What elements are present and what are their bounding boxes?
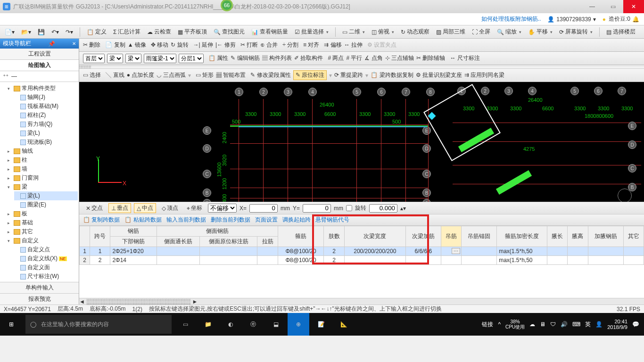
tree-grid[interactable]: 轴网(J): [14, 93, 78, 102]
rotate-input[interactable]: [369, 204, 397, 213]
delete-col-data[interactable]: 删除当前列数据: [211, 216, 250, 224]
undo-icon[interactable]: ↶▾: [50, 28, 61, 36]
taskbar-app-icon[interactable]: ⬓: [265, 313, 287, 336]
edit-beam-prop-button[interactable]: ✎ 修改梁段属性: [250, 71, 290, 79]
close-button[interactable]: ✕: [623, 0, 644, 13]
rebeam-span-button[interactable]: ⟳ 重提梁跨: [334, 71, 363, 79]
tray-icon[interactable]: ☁: [529, 321, 535, 328]
col-dense-length[interactable]: 箍筋加密长度: [497, 226, 547, 247]
snap-vertex[interactable]: ◇ 顶点: [159, 203, 181, 213]
tray-notifications-icon[interactable]: 💬: [632, 321, 639, 328]
col-tie[interactable]: 拉筋: [257, 237, 278, 247]
apply-same-name-button[interactable]: ⇉ 应用到同名梁: [464, 71, 504, 79]
pan-button[interactable]: ✋ 平移: [526, 27, 554, 36]
span-data-copy-button[interactable]: 📋 梁跨数据复制: [371, 71, 413, 79]
tree-shearwall[interactable]: 剪力墙(Q): [14, 120, 78, 129]
local-3d-button[interactable]: ▨ 局部三维: [434, 27, 467, 36]
inplace-annotation-button[interactable]: ✎ 原位标注: [293, 70, 327, 80]
rotate-screen-button[interactable]: ⟳ 屏幕旋转: [557, 27, 594, 36]
taskbar-app-icon[interactable]: ◐: [220, 313, 241, 336]
paste-span-data[interactable]: 📋 粘贴跨数据: [124, 216, 161, 224]
tab-report[interactable]: 报表预览: [0, 293, 79, 304]
new-icon[interactable]: 📄▾: [3, 28, 17, 36]
tree-custom[interactable]: 自定义: [8, 236, 78, 245]
grip-bar[interactable]: ░░░: [79, 65, 644, 69]
col-side-inplace[interactable]: 侧面原位标注筋: [200, 237, 257, 247]
component-select[interactable]: 雨篷梁-1: [144, 54, 176, 63]
redo-icon[interactable]: ↷▾: [64, 28, 75, 36]
rect-tool[interactable]: ▭ 矩形: [196, 71, 214, 79]
grip-button[interactable]: ⚙ 设置夹点: [367, 41, 396, 49]
tray-ime[interactable]: 英: [585, 321, 591, 329]
tree-beam-l[interactable]: 梁(L): [14, 191, 78, 200]
orbit-button[interactable]: ↻ 动态观察: [399, 27, 431, 36]
batch-identify-support-button[interactable]: ⚙ 批量识别梁支座: [416, 71, 462, 79]
floor-select[interactable]: 首层: [83, 54, 105, 63]
tray-link[interactable]: 链接: [482, 321, 493, 329]
define-button[interactable]: 📋 定义: [85, 27, 108, 36]
smart-layout-tool[interactable]: ▦ 智能布置: [216, 71, 246, 79]
y-input[interactable]: [303, 204, 331, 213]
hanger-cell-active[interactable]: [441, 247, 461, 256]
tree-beam[interactable]: 梁: [8, 182, 78, 191]
break-button[interactable]: ✂ 打断: [240, 41, 258, 49]
cloud-check-button[interactable]: ☁ 云检查: [145, 27, 173, 36]
align-slab-button[interactable]: ▦ 平齐板顶: [176, 27, 209, 36]
tree-column[interactable]: 框柱(Z): [14, 111, 78, 120]
maximize-button[interactable]: ▭: [603, 0, 623, 13]
two-point-button[interactable]: # 两点: [328, 54, 344, 62]
task-view-icon[interactable]: ▭: [174, 313, 196, 336]
col-hanger[interactable]: 吊筋: [441, 226, 461, 247]
tree-walls[interactable]: 墙: [8, 165, 78, 173]
tree-slab2[interactable]: 板: [8, 209, 78, 218]
tree-slab[interactable]: 现浇板(B): [14, 138, 78, 147]
rotate-checkbox[interactable]: [346, 205, 352, 211]
2d-button[interactable]: ▭ 二维: [340, 27, 367, 36]
table-row[interactable]: 1 1 2Φ25+1Φ20 Φ8@100/20 2 200/200/200/20…: [80, 247, 644, 256]
tree-common[interactable]: 常用构件类型: [8, 84, 78, 93]
component-tree[interactable]: 常用构件类型 轴网(J) 筏板基础(M) 框柱(Z) 剪力墙(Q) 梁(L) 现…: [0, 82, 79, 282]
help-link[interactable]: 如何处理筏板附加钢筋..: [481, 15, 541, 23]
component-list-button[interactable]: ▤ 构件列表: [262, 54, 292, 62]
tree-custom-line[interactable]: 自定义线(X) NE: [14, 254, 78, 263]
point-length-tool[interactable]: ● 点加长度: [127, 71, 155, 79]
save-icon[interactable]: 💾: [36, 28, 47, 36]
col-stirrup[interactable]: 箍筋: [278, 226, 324, 247]
col-side-rebar[interactable]: 侧面钢筋: [157, 226, 278, 237]
rotate-stepper[interactable]: ▴▾: [400, 205, 406, 212]
user-account[interactable]: 👤 13907298339 ▾: [547, 16, 595, 23]
col-span[interactable]: 跨号: [90, 226, 110, 247]
tray-clock[interactable]: 20:412018/9/9: [607, 319, 627, 330]
pick-component-button[interactable]: ✐ 拾取构件: [294, 54, 323, 62]
tab-drawing-input[interactable]: 绘图输入: [0, 60, 79, 71]
search-box[interactable]: ◯ 在这里输入你要搜索的内容: [25, 315, 172, 334]
move-button[interactable]: ✥ 移动: [151, 41, 168, 49]
tree-ringbeam[interactable]: 圈梁(E): [14, 200, 78, 209]
fullscreen-button[interactable]: ⛶ 全屏: [470, 27, 492, 36]
span-data-grid[interactable]: 跨号 钢筋 侧面钢筋 箍筋 肢数 次梁宽度 次梁加筋 吊筋 吊筋锚固 箍筋加密长…: [79, 225, 644, 304]
cantilever-rebar[interactable]: 悬臂钢筋代号: [315, 216, 349, 224]
rotate-button[interactable]: ↻ 旋转: [171, 41, 188, 49]
type-select[interactable]: 梁: [125, 54, 141, 63]
parallel-button[interactable]: # 平行: [346, 54, 362, 62]
expand-icon[interactable]: ⁺⁺: [3, 73, 8, 80]
snap-intersection[interactable]: ✕ 交点: [83, 203, 106, 213]
taskbar-app-icon[interactable]: 📝: [310, 313, 332, 336]
tree-columns[interactable]: 柱: [8, 156, 78, 165]
category-select[interactable]: 梁: [107, 54, 123, 63]
tree-dimension[interactable]: 尺寸标注(W): [14, 272, 78, 281]
col-limb[interactable]: 肢数: [324, 226, 344, 247]
coin-balance[interactable]: 造价豆:0 🔔: [603, 15, 639, 23]
col-bottom-rebar[interactable]: 下部钢筋: [110, 237, 157, 247]
snap-midpoint[interactable]: △ 中点: [134, 203, 156, 213]
col-sub-add[interactable]: 次梁加筋: [405, 226, 441, 247]
col-haunch-l[interactable]: 腋长: [547, 226, 567, 247]
tray-icon[interactable]: 🛡: [550, 321, 556, 328]
mirror-button[interactable]: ▲ 镜像: [128, 41, 146, 49]
page-setup[interactable]: 页面设置: [255, 216, 278, 224]
tree-raft[interactable]: 筏板基础(M): [14, 102, 78, 111]
select-tool[interactable]: ▭ 选择: [83, 71, 101, 79]
tree-custom-face[interactable]: 自定义面: [14, 263, 78, 272]
col-hanger-anchor[interactable]: 吊筋锚固: [462, 226, 497, 247]
tray-cpu[interactable]: 38%CPU使用: [505, 319, 525, 329]
